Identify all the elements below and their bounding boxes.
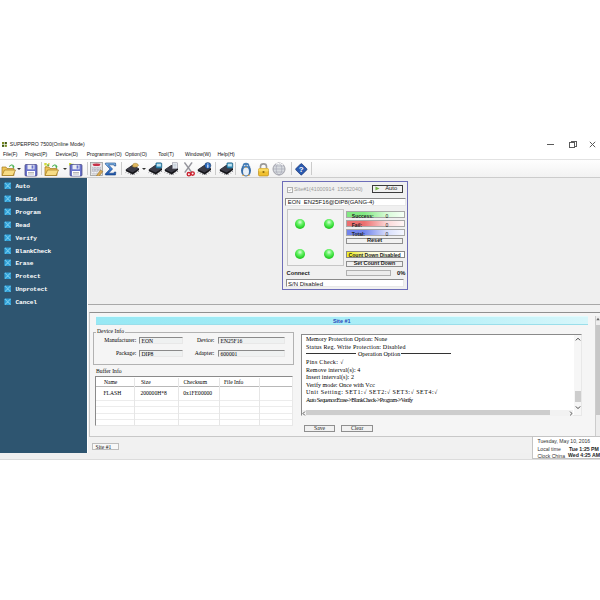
svg-text:?: ? bbox=[299, 165, 304, 174]
